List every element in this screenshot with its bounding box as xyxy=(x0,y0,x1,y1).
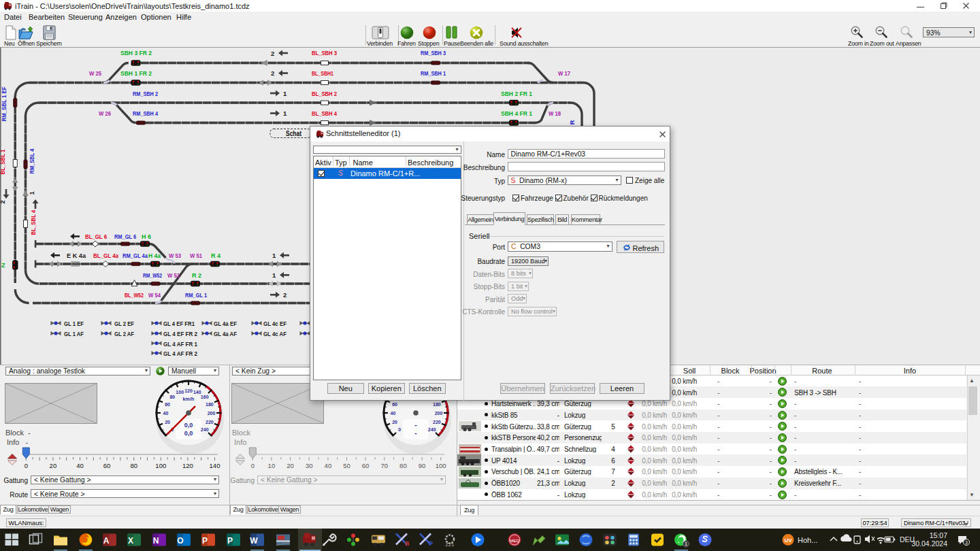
svg-text:30.04.2024: 30.04.2024 xyxy=(911,539,947,548)
svg-text:E K 4a: E K 4a xyxy=(67,252,86,259)
svg-text:W 25: W 25 xyxy=(89,70,101,77)
svg-text:200: 200 xyxy=(208,411,216,416)
svg-text:180: 180 xyxy=(206,402,214,407)
svg-text:A: A xyxy=(103,536,110,546)
svg-text:70: 70 xyxy=(381,462,389,469)
svg-text:Z: Z xyxy=(1,262,5,269)
svg-text:RM_SBH 1: RM_SBH 1 xyxy=(421,70,446,77)
svg-text:R 2: R 2 xyxy=(192,272,201,279)
svg-text:60: 60 xyxy=(103,462,111,469)
svg-text:1: 1 xyxy=(283,110,287,117)
svg-text:40: 40 xyxy=(163,411,169,416)
svg-text:RM_SBL 4: RM_SBL 4 xyxy=(29,148,35,174)
svg-text:GL 1 AF: GL 1 AF xyxy=(64,330,84,337)
svg-text:P: P xyxy=(202,536,208,546)
svg-text:SBH 4 FR 1: SBH 4 FR 1 xyxy=(501,110,532,117)
svg-text:BL_SBH1: BL_SBH1 xyxy=(312,70,333,77)
svg-text:W 52: W 52 xyxy=(167,272,180,279)
svg-text:RM_SBH 4: RM_SBH 4 xyxy=(133,110,159,117)
svg-text:50: 50 xyxy=(343,462,350,469)
svg-text:2: 2 xyxy=(0,200,6,203)
svg-text:W 54: W 54 xyxy=(148,292,161,299)
svg-text:100: 100 xyxy=(436,462,446,469)
svg-text:RM_SBL 1 EF: RM_SBL 1 EF xyxy=(1,86,7,121)
svg-text:60: 60 xyxy=(165,402,170,407)
svg-text:3: 3 xyxy=(965,540,968,545)
svg-text:W 18: W 18 xyxy=(549,110,561,117)
svg-text:GL 2 AF: GL 2 AF xyxy=(114,330,134,337)
svg-text:RM_SBH 2: RM_SBH 2 xyxy=(133,90,158,97)
svg-text:BL_SBL 1: BL_SBL 1 xyxy=(0,150,6,175)
svg-text:30: 30 xyxy=(306,462,313,469)
svg-text:H 4a: H 4a xyxy=(148,252,161,259)
svg-text:2: 2 xyxy=(283,291,287,299)
svg-text:GL 4a EF: GL 4a EF xyxy=(214,320,237,327)
svg-text:220: 220 xyxy=(433,419,441,424)
svg-text:1: 1 xyxy=(29,191,35,195)
svg-text:GL 4 EF FR 2: GL 4 EF FR 2 xyxy=(163,330,197,337)
svg-text:100: 100 xyxy=(176,390,184,395)
svg-text:P: P xyxy=(227,536,233,546)
svg-text:O: O xyxy=(177,536,183,546)
svg-text:60: 60 xyxy=(392,402,397,407)
svg-text:0,0: 0,0 xyxy=(184,422,193,429)
svg-text:240: 240 xyxy=(427,427,436,431)
svg-text:W: W xyxy=(250,536,258,546)
svg-text:X: X xyxy=(128,536,133,546)
svg-text:-: - xyxy=(414,421,416,429)
svg-text:BL_SBH 4: BL_SBH 4 xyxy=(312,110,338,117)
svg-text:80: 80 xyxy=(399,462,407,469)
svg-text:1: 1 xyxy=(272,271,276,279)
svg-text:Schat: Schat xyxy=(286,130,302,137)
svg-text:RM_GL 1: RM_GL 1 xyxy=(185,292,207,299)
svg-text:120: 120 xyxy=(184,388,193,393)
svg-text:GL 4a AF: GL 4a AF xyxy=(214,330,237,337)
svg-text:BL_SBH 3: BL_SBH 3 xyxy=(312,50,337,56)
svg-text:GL 4c EF: GL 4c EF xyxy=(263,320,287,327)
svg-text:SBH 1 FR 2: SBH 1 FR 2 xyxy=(120,70,152,77)
svg-text:W 26: W 26 xyxy=(99,110,111,117)
svg-text:160: 160 xyxy=(201,395,209,399)
svg-text:GL 1 EF: GL 1 EF xyxy=(64,320,84,327)
svg-text:BL_GL 6: BL_GL 6 xyxy=(85,233,107,240)
svg-text:GL 2 EF: GL 2 EF xyxy=(114,320,134,327)
svg-text:H 6: H 6 xyxy=(142,233,151,240)
svg-text:W 17: W 17 xyxy=(558,70,570,77)
svg-text:240: 240 xyxy=(201,427,209,431)
svg-text:0: 0 xyxy=(251,462,255,469)
svg-text:RM_GL 6: RM_GL 6 xyxy=(114,233,136,240)
svg-text:0,0: 0,0 xyxy=(184,430,193,437)
svg-text:RM_SBH 3: RM_SBH 3 xyxy=(421,50,446,56)
svg-text:140: 140 xyxy=(193,390,201,395)
svg-text:20: 20 xyxy=(50,462,57,469)
svg-text:1: 1 xyxy=(685,541,687,547)
svg-text:2: 2 xyxy=(271,69,274,77)
svg-text:GL 4 EF FR1: GL 4 EF FR1 xyxy=(163,320,195,327)
svg-text:20: 20 xyxy=(165,419,170,424)
svg-text:BL_SBL 4: BL_SBL 4 xyxy=(30,210,37,235)
svg-text:SBH 2 FR 1: SBH 2 FR 1 xyxy=(501,90,532,97)
svg-text:N: N xyxy=(153,536,159,546)
svg-text:km/h: km/h xyxy=(183,396,195,402)
svg-text:120: 120 xyxy=(182,462,193,469)
svg-text:BL_GL 4a: BL_GL 4a xyxy=(93,252,119,259)
svg-text:Z21: Z21 xyxy=(446,541,455,548)
svg-text:0: 0 xyxy=(398,427,401,431)
svg-text:90: 90 xyxy=(419,462,426,469)
svg-text:RM_GL 4a: RM_GL 4a xyxy=(122,252,148,259)
svg-text:100: 100 xyxy=(155,462,166,469)
svg-text:UV: UV xyxy=(784,537,792,544)
svg-text:1: 1 xyxy=(283,90,287,97)
svg-text:180: 180 xyxy=(433,402,441,407)
svg-text:20: 20 xyxy=(287,462,294,469)
svg-text:80: 80 xyxy=(169,395,175,399)
svg-text:1: 1 xyxy=(272,252,276,259)
svg-text:R: R xyxy=(569,120,576,124)
svg-text:P: P xyxy=(429,540,433,547)
svg-text:-: - xyxy=(414,429,416,437)
svg-text:40: 40 xyxy=(76,462,84,469)
svg-text:B: B xyxy=(405,540,410,547)
svg-text:80: 80 xyxy=(130,462,137,469)
svg-text:2: 2 xyxy=(271,50,274,57)
svg-text:SBH 3 FR 2: SBH 3 FR 2 xyxy=(120,50,152,56)
